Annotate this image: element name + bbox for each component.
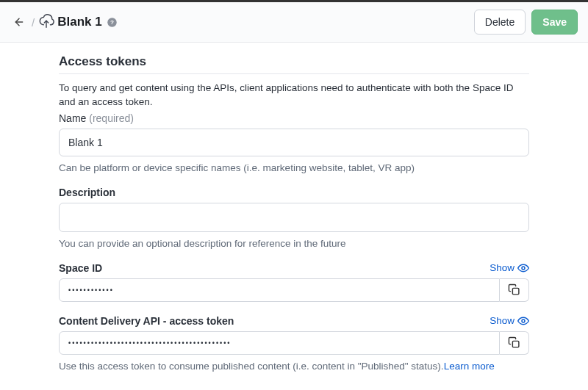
arrow-left-icon [13,16,25,28]
breadcrumb-separator: / [32,16,35,29]
show-label: Show [490,262,514,273]
name-label: Name (required) [59,112,529,124]
space-icon [38,14,54,30]
help-icon[interactable]: ? [107,17,118,28]
save-button[interactable]: Save [531,10,578,35]
name-label-text: Name [59,112,86,124]
show-label: Show [490,315,514,326]
svg-point-6 [522,319,525,322]
page-title: Blank 1 [57,15,101,29]
cda-token-copy-button[interactable] [500,331,529,355]
eye-icon [517,315,529,327]
description-hint: You can provide an optional description … [59,238,529,249]
cda-token-field: Content Delivery API - access token Show… [59,315,529,372]
cda-token-hint: Use this access token to consume publish… [59,361,529,372]
section-heading-row: Access tokens [59,54,529,74]
intro-text: To query and get content using the APIs,… [59,82,529,109]
description-field: Description You can provide an optional … [59,187,529,249]
description-label: Description [59,187,529,198]
cda-token-label: Content Delivery API - access token [59,315,234,327]
space-id-show-toggle[interactable]: Show [490,262,529,274]
section-heading: Access tokens [59,54,146,73]
space-id-label: Space ID [59,262,102,274]
cda-token-input[interactable] [59,331,500,355]
svg-point-4 [522,267,525,270]
topbar: / Blank 1 ? Delete Save [0,2,588,43]
copy-icon [508,284,520,296]
space-id-field: Space ID Show [59,262,529,302]
eye-icon [517,262,529,274]
space-id-copy-button[interactable] [500,278,529,302]
learn-more-link[interactable]: Learn more [444,361,495,372]
space-id-input[interactable] [59,278,500,302]
delete-button[interactable]: Delete [474,10,526,35]
name-field: Name (required) Can be platform or devic… [59,112,529,173]
description-input[interactable] [59,203,529,232]
cda-token-hint-text: Use this access token to consume publish… [59,361,444,372]
name-input[interactable] [59,129,529,156]
topbar-border: / Blank 1 ? Delete Save [0,0,588,43]
svg-text:?: ? [110,19,114,26]
name-hint: Can be platform or device specific names… [59,162,529,173]
svg-rect-5 [512,289,519,295]
copy-icon [508,336,520,349]
cda-token-show-toggle[interactable]: Show [490,315,529,327]
back-button[interactable] [10,13,28,31]
content-area: Access tokens To query and get content u… [29,43,559,390]
svg-rect-7 [512,342,519,348]
name-required-text: (required) [89,112,134,124]
